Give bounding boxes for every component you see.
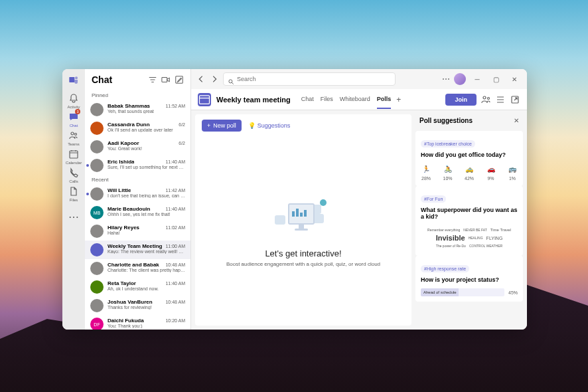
emoji-option: 🚌1%: [507, 163, 518, 181]
chat-time: 10:20 AM: [165, 318, 185, 323]
chat-preview: Ok I'll send an update over later: [108, 128, 185, 132]
list-icon[interactable]: [495, 94, 506, 105]
svg-rect-4: [70, 151, 78, 158]
chat-name: Weekly Team Meeting: [108, 243, 162, 249]
tab-files[interactable]: Files: [321, 90, 333, 109]
chat-item[interactable]: Joshua VanBuren10:48 AMThanks for review…: [85, 296, 190, 315]
chat-preview: I don't see that being an issue, can tak…: [108, 193, 185, 198]
maximize-button[interactable]: ▢: [488, 72, 503, 86]
chat-preview: Yeh, that sounds great: [108, 109, 185, 114]
avatar: [90, 187, 104, 201]
chat-item[interactable]: Babak Shammas11:52 AMYeh, that sounds gr…: [85, 100, 190, 119]
rail-item-activity[interactable]: Activity: [66, 92, 82, 110]
chat-item[interactable]: Charlotte and Babak10:48 AMCharlotte: Th…: [85, 259, 190, 278]
tab-polls[interactable]: Polls: [377, 90, 392, 109]
more-icon[interactable]: ⋯: [442, 74, 450, 84]
progress-row: Ahead of schedule45%: [421, 288, 518, 296]
rail-more[interactable]: ⋯: [68, 210, 79, 223]
chat-item[interactable]: Aadi Kapoor6/2You: Great work!: [85, 138, 190, 156]
avatar: [90, 122, 104, 135]
empty-state: Let's get interactive! Boost audience en…: [195, 137, 411, 326]
chat-time: 10:48 AM: [165, 300, 185, 304]
popout-icon[interactable]: [510, 94, 520, 105]
chat-time: 10:48 AM: [165, 262, 185, 267]
svg-point-2: [71, 132, 74, 135]
chat-name: Charlotte and Babak: [108, 262, 159, 268]
suggestions-link[interactable]: 💡Suggestions: [248, 122, 291, 129]
add-tab-button[interactable]: +: [396, 95, 401, 104]
avatar: DF: [90, 318, 104, 330]
suggestion-card[interactable]: #Top icebreaker choiceHow did you get of…: [415, 131, 523, 186]
meeting-title: Weekly team meeting: [216, 96, 291, 104]
chat-name: Marie Beaudouin: [108, 206, 150, 212]
emoji-option: 🚴10%: [443, 163, 453, 181]
search-icon: [228, 76, 234, 82]
panel-title: Poll suggestions: [419, 117, 473, 124]
svg-point-9: [483, 96, 486, 99]
chat-item[interactable]: Will Little11:42 AMI don't see that bein…: [85, 185, 190, 203]
search-box[interactable]: [223, 72, 396, 86]
svg-point-1: [75, 76, 78, 79]
video-icon[interactable]: [161, 75, 171, 84]
chat-preview: Ah, ok I understand now.: [108, 286, 185, 291]
people-icon[interactable]: [480, 94, 491, 105]
close-button[interactable]: ✕: [507, 72, 522, 86]
card-tag: #High response rate: [421, 265, 469, 272]
chat-time: 11:02 AM: [165, 225, 185, 230]
join-button[interactable]: Join: [445, 94, 477, 106]
new-poll-button[interactable]: +New poll: [202, 120, 242, 132]
suggestion-card[interactable]: #For FunWhat superpower did you want as …: [415, 186, 523, 256]
chat-time: 6/2: [179, 122, 185, 127]
chat-name: Hilary Reyes: [108, 225, 139, 231]
meeting-avatar-icon: [198, 93, 211, 106]
user-avatar[interactable]: [454, 73, 466, 85]
avatar: MB: [90, 206, 104, 219]
rail-item-files[interactable]: Files: [66, 185, 82, 203]
tab-chat[interactable]: Chat: [301, 90, 314, 109]
calls-icon: [68, 167, 79, 178]
suggestion-card[interactable]: #High response rateHow is your project s…: [415, 256, 523, 302]
search-input[interactable]: [237, 76, 391, 82]
chat-item[interactable]: DFDaichi Fukuda10:20 AMYou: Thank you:): [85, 315, 190, 330]
tab-whiteboard[interactable]: Whiteboard: [340, 90, 370, 109]
chat-time: 11:40 AM: [165, 207, 185, 211]
polls-main: +New poll 💡Suggestions Let's get interac…: [195, 114, 411, 326]
card-question: How is your project status?: [421, 276, 518, 283]
chat-time: 6/2: [179, 141, 185, 146]
sidebar-header: Chat: [85, 69, 190, 90]
chat-preview: Kayo: The review went really well! Can't…: [108, 249, 185, 254]
rail-item-calendar[interactable]: Calendar: [66, 147, 82, 166]
nav-forward-icon[interactable]: [210, 74, 219, 84]
nav-back-icon[interactable]: [196, 74, 206, 84]
rail-item-chat[interactable]: Chat3: [66, 110, 82, 129]
files-icon: [68, 186, 79, 197]
chat-preview: Ohhh I see, yes let me fix that!: [108, 212, 185, 217]
chat-item[interactable]: Hilary Reyes11:02 AMHaha!: [85, 222, 190, 241]
chat-name: Babak Shammas: [108, 103, 150, 109]
chat-preview: You: Great work!: [108, 146, 185, 151]
chat-item[interactable]: MBMarie Beaudouin11:40 AMOhhh I see, yes…: [85, 203, 190, 222]
chat-name: Daichi Fukuda: [108, 318, 144, 324]
chat-name: Eric Ishida: [108, 159, 134, 165]
chat-item[interactable]: Weekly Team Meeting11:00 AMKayo: The rev…: [85, 241, 190, 259]
chat-item[interactable]: Cassandra Dunn6/2Ok I'll send an update …: [85, 119, 190, 138]
wordcloud-word: NEVER BE FAT: [463, 228, 486, 232]
compose-icon[interactable]: [175, 75, 184, 84]
rail-item-teams[interactable]: Teams: [66, 129, 82, 147]
chat-preview: Haha!: [108, 231, 185, 235]
chat-preview: Sure, I'll set up something for next wee…: [108, 165, 185, 169]
chat-item[interactable]: Reta Taylor11:40 AMAh, ok I understand n…: [85, 278, 190, 296]
card-question: How did you get office today?: [421, 151, 518, 158]
card-question: What superpower did you want as a kid?: [421, 207, 518, 220]
calendar-icon: [68, 149, 79, 159]
minimize-button[interactable]: ─: [470, 72, 484, 86]
filter-icon[interactable]: [148, 75, 157, 84]
chat-item[interactable]: Eric Ishida11:40 AMSure, I'll set up som…: [85, 156, 190, 175]
empty-title: Let's get interactive!: [265, 248, 341, 258]
avatar: [90, 262, 104, 275]
avatar: [90, 280, 104, 294]
rail-item-calls[interactable]: Calls: [66, 166, 82, 185]
close-panel-icon[interactable]: ✕: [514, 117, 519, 124]
avatar: [90, 140, 104, 153]
svg-point-7: [229, 80, 232, 83]
